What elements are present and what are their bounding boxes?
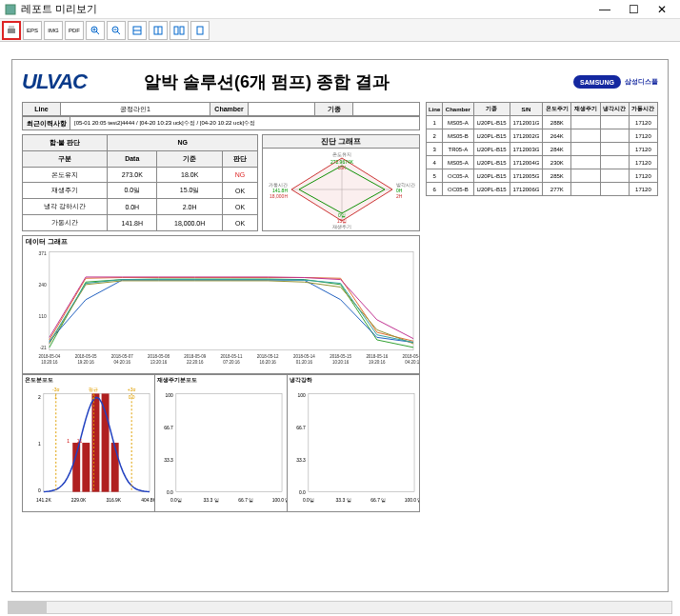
minimize-button[interactable]: — <box>590 3 619 16</box>
svg-rect-90 <box>176 393 282 491</box>
svg-text:2018-05-11: 2018-05-11 <box>221 354 243 359</box>
svg-text:2018-05-15: 2018-05-15 <box>330 354 351 359</box>
jt-t1: 합·불 판단 <box>23 135 108 151</box>
ulvac-logo: ULVAC <box>22 70 87 94</box>
svg-text:33.3: 33.3 <box>164 458 173 463</box>
svg-rect-1 <box>8 29 15 33</box>
fit-height-button[interactable] <box>149 21 168 40</box>
pump-summary-table: LineChamber기종S/N온도주기재생주기냉각시간가동시간 1MS05-A… <box>426 102 658 196</box>
report-page: ULVAC 알박 솔루션(6개 펌프) 종합 결과 SAMSUNG 삼성디스플 … <box>11 59 669 592</box>
svg-text:07:20:16: 07:20:16 <box>223 360 240 365</box>
svg-text:10:20:16: 10:20:16 <box>41 360 58 365</box>
svg-text:04:20:16: 04:20:16 <box>405 360 419 365</box>
zoom-out-button[interactable] <box>107 21 126 40</box>
svg-text:15일: 15일 <box>337 218 348 224</box>
svg-text:2018-05-08: 2018-05-08 <box>148 354 170 359</box>
svg-text:1: 1 <box>38 442 41 447</box>
svg-text:100: 100 <box>298 393 307 398</box>
history-table: 최근이력사항 [05-01 20:05 test2]4444 / [04-20 … <box>22 116 420 130</box>
svg-text:2018-05-12: 2018-05-12 <box>257 354 279 359</box>
info-line-h: Line <box>23 103 61 116</box>
svg-text:66.7: 66.7 <box>296 426 306 430</box>
print-button[interactable] <box>2 21 21 40</box>
svg-text:316.9K: 316.9K <box>106 498 121 503</box>
report-viewport[interactable]: ULVAC 알박 솔루션(6개 펌프) 종합 결과 SAMSUNG 삼성디스플 … <box>0 42 680 613</box>
samsung-text: 삼성디스플 <box>625 77 658 87</box>
svg-text:66.7 일: 66.7 일 <box>370 498 386 503</box>
info-kind-h: 기종 <box>315 103 353 116</box>
svg-text:2H: 2H <box>396 193 403 199</box>
svg-text:19:20:16: 19:20:16 <box>77 360 94 365</box>
svg-rect-99 <box>309 393 414 491</box>
svg-text:04:20:16: 04:20:16 <box>114 360 131 365</box>
svg-text:66.7 일: 66.7 일 <box>238 498 253 503</box>
svg-text:66.7: 66.7 <box>164 426 173 430</box>
svg-rect-0 <box>6 5 15 14</box>
scroll-thumb[interactable] <box>9 602 47 613</box>
data-graph-title: 데이터 그래프 <box>23 236 419 248</box>
svg-text:0.0: 0.0 <box>129 395 135 400</box>
title-bar: 레포트 미리보기 — ☐ ✕ <box>0 0 680 19</box>
svg-text:2018-05-14: 2018-05-14 <box>293 354 315 359</box>
svg-rect-67 <box>102 393 110 491</box>
svg-text:0.0일: 0.0일 <box>303 498 314 503</box>
info-chamber-h: Chamber <box>210 103 249 116</box>
svg-text:2018-05-05: 2018-05-05 <box>75 354 97 359</box>
svg-text:141.2K: 141.2K <box>36 498 51 503</box>
svg-text:10:20:16: 10:20:16 <box>332 360 350 365</box>
close-button[interactable]: ✕ <box>648 3 676 16</box>
svg-text:18K: 18K <box>338 165 348 170</box>
svg-text:100.0 일: 100.0 일 <box>405 498 419 503</box>
svg-rect-14 <box>174 27 178 34</box>
svg-text:371: 371 <box>39 251 48 256</box>
small-chart-0: 온도분포도 -3σ1평균2+3σ0.0111210141.2K229.0K316… <box>22 374 154 512</box>
svg-text:11: 11 <box>77 439 83 444</box>
svg-text:100: 100 <box>166 393 174 398</box>
svg-text:16:20:16: 16:20:16 <box>259 360 276 365</box>
info-kind-v <box>353 103 420 116</box>
svg-text:온도유지: 온도유지 <box>332 151 351 157</box>
maximize-button[interactable]: ☐ <box>619 3 648 16</box>
svg-text:2018-05-04: 2018-05-04 <box>38 354 60 359</box>
small-chart-1: 재생주기분포도 10066.733.30.00.0일33.3 일66.7 일10… <box>154 374 287 512</box>
zoom-in-button[interactable] <box>86 21 105 40</box>
svg-text:33.3 일: 33.3 일 <box>336 498 351 503</box>
page-title: 알박 솔루션(6개 펌프) 종합 결과 <box>87 70 573 93</box>
svg-rect-68 <box>111 443 119 492</box>
svg-text:0: 0 <box>38 488 41 493</box>
svg-text:01:20:16: 01:20:16 <box>296 360 313 365</box>
svg-text:-21: -21 <box>40 346 47 350</box>
eps-button[interactable]: EPS <box>23 21 42 40</box>
svg-text:1: 1 <box>67 439 70 444</box>
img-button[interactable]: IMG <box>44 21 63 40</box>
fit-width-button[interactable] <box>128 21 147 40</box>
svg-text:0.0: 0.0 <box>167 490 173 495</box>
svg-text:재생주기: 재생주기 <box>332 224 351 229</box>
svg-line-4 <box>96 31 99 34</box>
data-graph-box: 데이터 그래프 371240110-21 2018-05-0410:20:162… <box>22 235 420 374</box>
svg-text:2018-05-09: 2018-05-09 <box>184 354 206 359</box>
svg-text:33.3: 33.3 <box>296 458 306 463</box>
single-page-button[interactable] <box>190 21 210 40</box>
svg-text:18,000H: 18,000H <box>270 193 288 199</box>
svg-rect-16 <box>197 27 203 34</box>
svg-rect-65 <box>82 443 90 492</box>
radar-title: 진단 그래프 <box>263 135 419 149</box>
svg-text:229.0K: 229.0K <box>71 498 87 503</box>
svg-text:0.0: 0.0 <box>299 490 306 495</box>
pdf-button[interactable]: PDF <box>65 21 84 40</box>
svg-text:19:20:16: 19:20:16 <box>369 360 386 365</box>
samsung-logo: SAMSUNG <box>573 75 621 89</box>
info-chamber-v <box>249 103 315 116</box>
two-page-button[interactable] <box>170 21 189 40</box>
small-charts: 온도분포도 -3σ1평균2+3σ0.0111210141.2K229.0K316… <box>22 374 420 512</box>
main-chart: 371240110-21 2018-05-0410:20:162018-05-0… <box>23 248 419 371</box>
svg-text:240: 240 <box>39 283 48 288</box>
horizontal-scrollbar[interactable] <box>8 601 672 614</box>
svg-text:100.0 일: 100.0 일 <box>272 498 287 503</box>
svg-rect-15 <box>180 27 184 34</box>
svg-line-8 <box>117 31 120 34</box>
info-line-v: 공정라인1 <box>61 103 210 116</box>
small-chart-2: 냉각강하 10066.733.30.00.0일33.3 일66.7 일100.0… <box>287 374 420 512</box>
svg-text:2018-05-07: 2018-05-07 <box>111 354 133 359</box>
